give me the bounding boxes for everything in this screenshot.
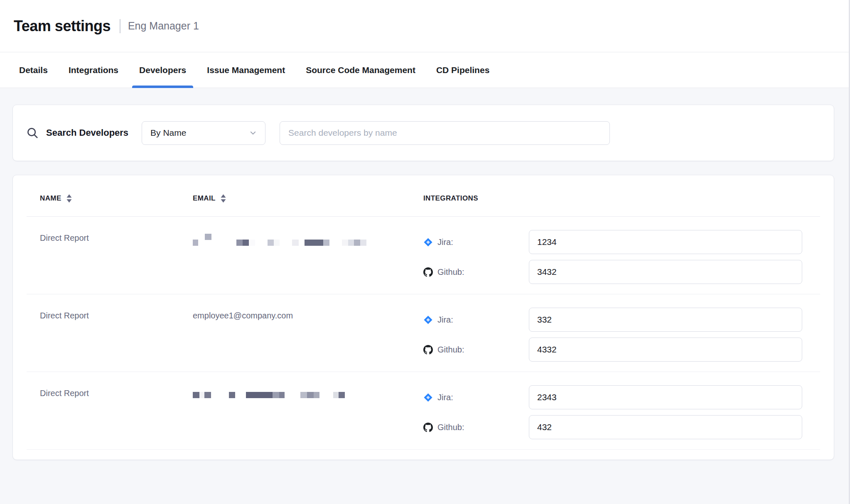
search-icon bbox=[26, 127, 39, 139]
table-row: Direct Report employee1@company.com Jira… bbox=[27, 294, 820, 372]
github-integration-line: Github: bbox=[423, 260, 820, 284]
github-icon bbox=[423, 267, 433, 277]
developer-email-redacted bbox=[180, 385, 411, 439]
page-subtitle: Eng Manager 1 bbox=[128, 20, 199, 32]
github-id-input[interactable] bbox=[529, 415, 802, 439]
jira-label: Jira: bbox=[437, 393, 453, 402]
jira-icon bbox=[423, 393, 433, 402]
jira-icon bbox=[423, 237, 433, 247]
github-integration-line: Github: bbox=[423, 415, 820, 439]
jira-id-input[interactable] bbox=[529, 308, 802, 332]
redacted-email-blocks bbox=[193, 389, 411, 401]
github-id-input[interactable] bbox=[529, 338, 802, 362]
developer-email-redacted bbox=[180, 230, 411, 284]
tab-cd-pipelines[interactable]: CD Pipelines bbox=[436, 52, 489, 88]
developer-email: employee1@company.com bbox=[180, 308, 411, 362]
jira-icon bbox=[423, 315, 433, 325]
column-header-email-label: EMAIL bbox=[193, 194, 216, 203]
developers-table: NAME EMAIL INTEGRATIONS Direct Report bbox=[12, 175, 834, 460]
github-label-group: Github: bbox=[423, 345, 529, 355]
redacted-email-blocks bbox=[193, 233, 411, 246]
jira-label: Jira: bbox=[437, 237, 453, 247]
jira-integration-line: Jira: bbox=[423, 385, 820, 409]
chevron-down-icon bbox=[249, 129, 257, 137]
integrations-cell: Jira: Github: bbox=[411, 385, 820, 439]
tab-issue-management[interactable]: Issue Management bbox=[207, 52, 285, 88]
developer-name: Direct Report bbox=[27, 308, 180, 362]
tab-source-code-management[interactable]: Source Code Management bbox=[306, 52, 415, 88]
table-header-row: NAME EMAIL INTEGRATIONS bbox=[27, 180, 820, 217]
column-header-name: NAME bbox=[27, 194, 180, 203]
tab-details[interactable]: Details bbox=[19, 52, 48, 88]
jira-integration-line: Jira: bbox=[423, 230, 820, 254]
sort-icon-name[interactable] bbox=[66, 194, 73, 203]
column-header-integrations: INTEGRATIONS bbox=[411, 194, 820, 203]
page-title: Team settings bbox=[14, 17, 111, 35]
integrations-cell: Jira: Github: bbox=[411, 230, 820, 284]
filter-selected-value: By Name bbox=[150, 128, 186, 138]
column-header-integrations-label: INTEGRATIONS bbox=[423, 194, 478, 203]
jira-id-input[interactable] bbox=[529, 385, 802, 409]
github-label: Github: bbox=[437, 267, 464, 277]
jira-label-group: Jira: bbox=[423, 237, 529, 247]
search-filter-select[interactable]: By Name bbox=[142, 121, 265, 145]
github-label-group: Github: bbox=[423, 423, 529, 432]
column-header-email: EMAIL bbox=[180, 194, 411, 203]
jira-label: Jira: bbox=[437, 315, 453, 325]
github-icon bbox=[423, 423, 433, 432]
tab-integrations[interactable]: Integrations bbox=[69, 52, 118, 88]
search-input[interactable] bbox=[280, 121, 610, 145]
column-header-name-label: NAME bbox=[40, 194, 61, 203]
table-row: Direct Report bbox=[27, 217, 820, 294]
jira-id-input[interactable] bbox=[529, 230, 802, 254]
github-label: Github: bbox=[437, 423, 464, 432]
developer-name: Direct Report bbox=[27, 385, 180, 439]
github-label: Github: bbox=[437, 345, 464, 355]
table-row: Direct Report bbox=[27, 372, 820, 450]
developer-name: Direct Report bbox=[27, 230, 180, 284]
tab-bar: Details Integrations Developers Issue Ma… bbox=[0, 52, 849, 88]
github-icon bbox=[423, 345, 433, 355]
jira-integration-line: Jira: bbox=[423, 308, 820, 332]
github-integration-line: Github: bbox=[423, 338, 820, 362]
search-developers-label: Search Developers bbox=[46, 127, 128, 138]
github-id-input[interactable] bbox=[529, 260, 802, 284]
sort-icon-email[interactable] bbox=[220, 194, 227, 203]
page-header: Team settings Eng Manager 1 bbox=[0, 0, 849, 52]
github-label-group: Github: bbox=[423, 267, 529, 277]
title-divider bbox=[120, 19, 120, 33]
search-panel: Search Developers By Name bbox=[12, 105, 834, 161]
jira-label-group: Jira: bbox=[423, 393, 529, 402]
tab-developers[interactable]: Developers bbox=[139, 52, 186, 88]
integrations-cell: Jira: Github: bbox=[411, 308, 820, 362]
jira-label-group: Jira: bbox=[423, 315, 529, 325]
